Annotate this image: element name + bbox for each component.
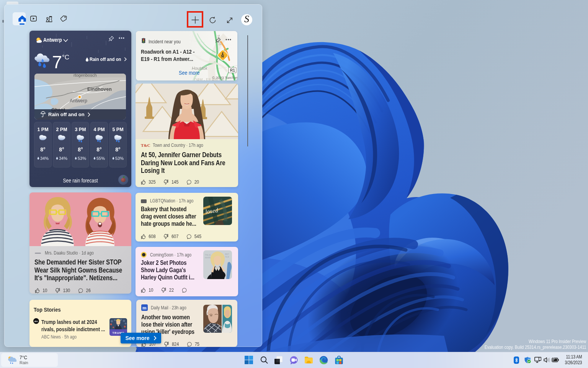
svg-text:DAM - EILANDJE: DAM - EILANDJE bbox=[194, 78, 224, 80]
svg-text:BRIT: BRIT bbox=[225, 253, 229, 255]
svg-text:THE AC: THE AC bbox=[205, 254, 211, 256]
svg-text:Antwerp: Antwerp bbox=[70, 98, 87, 104]
svg-text:rtogenbosch: rtogenbosch bbox=[74, 74, 97, 77]
svg-text:R1: R1 bbox=[230, 68, 235, 72]
svg-text:Eindhoven: Eindhoven bbox=[87, 87, 112, 92]
svg-text:FILM: FILM bbox=[225, 256, 229, 258]
svg-text:Rain off and on: Rain off and on bbox=[48, 112, 85, 117]
